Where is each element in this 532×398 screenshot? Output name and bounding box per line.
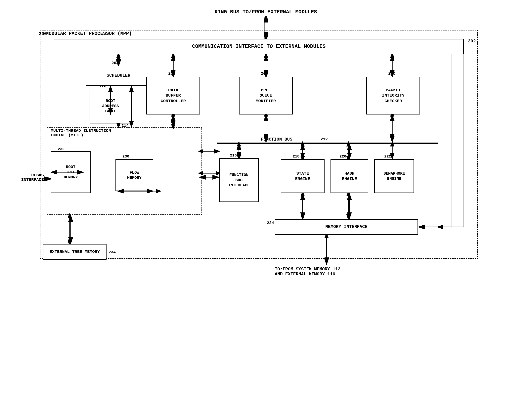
function-bus-interface-box: FUNCTION BUS INTERFACE — [219, 158, 259, 202]
semaphore-ref: 222 — [384, 154, 391, 159]
root-tree-memory-label: ROOT TREE MEMORY — [63, 164, 78, 180]
packet-integrity-label: PACKET INTEGRITY CHECKER — [382, 87, 404, 104]
data-buffer-box: DATA BUFFER CONTROLLER — [146, 77, 200, 114]
rat-ref: 228 — [100, 84, 106, 88]
semaphore-engine-label: SEMAPHORE ENGINE — [383, 171, 405, 181]
debug-interface-label: DEBUG INTERFACE — [11, 173, 44, 182]
pre-queue-box: PRE- QUEUE MODIFIER — [239, 77, 293, 114]
mtie-ref: 214 — [121, 123, 129, 128]
state-ref: 218 — [293, 154, 299, 159]
packet-integrity-box: PACKET INTEGRITY CHECKER — [366, 77, 420, 114]
fbi-label: FUNCTION BUS INTERFACE — [228, 172, 250, 188]
ring-bus-label: RING BUS TO/FROM EXTERNAL MODULES — [179, 9, 352, 15]
pre-queue-label: PRE- QUEUE MODIFIER — [256, 87, 276, 104]
data-buffer-label: DATA BUFFER CONTROLLER — [161, 87, 186, 104]
root-address-table-label: ROOT ADDRESS TABLE — [102, 98, 119, 114]
function-bus-ref: 212 — [321, 137, 328, 142]
hash-engine-box: HASH ENGINE — [330, 159, 368, 193]
state-engine-box: STATE ENGINE — [281, 159, 324, 193]
comm-interface-box: COMMUNICATION INTERFACE TO EXTERNAL MODU… — [54, 39, 464, 54]
hash-ref: 220 — [339, 154, 346, 159]
external-tree-memory-box: EXTERNAL TREE MEMORY — [43, 244, 107, 260]
fbi-ref: 216 — [230, 153, 237, 158]
function-bus-label: FUNCTION BUS — [261, 137, 292, 142]
memory-interface-label: MEMORY INTERFACE — [325, 224, 367, 230]
comm-ref: 202 — [468, 39, 476, 44]
etm-ref: 234 — [108, 250, 116, 254]
system-memory-label: TO/FROM SYSTEM MEMORY 112 AND EXTERNAL M… — [275, 267, 414, 277]
root-address-table-box: ROOT ADDRESS TABLE — [90, 88, 131, 123]
etm-label: EXTERNAL TREE MEMORY — [50, 249, 100, 254]
mpp-ref: 200 — [39, 32, 47, 37]
mtie-label: MULTI-THREAD INSTRUCTION ENGINE (MTIE) — [51, 128, 111, 138]
svg-marker-5 — [264, 15, 268, 20]
scheduler-ref: 204 — [112, 61, 119, 65]
semaphore-engine-box: SEMAPHORE ENGINE — [374, 159, 414, 193]
mpp-label: MODULAR PACKET PROCESSOR (MPP) — [46, 31, 132, 36]
root-tree-memory-box: ROOT TREE MEMORY — [51, 151, 91, 193]
pre-queue-ref: 208 — [261, 71, 268, 76]
flow-memory-box: FLOW MEMORY — [115, 159, 153, 191]
packet-integrity-ref: 210 — [388, 71, 395, 76]
scheduler-box: SCHEDULER — [86, 66, 151, 86]
flow-ref: 230 — [122, 154, 129, 159]
data-buffer-ref: 206 — [168, 71, 175, 76]
memory-interface-box: MEMORY INTERFACE — [275, 219, 418, 235]
comm-interface-label: COMMUNICATION INTERFACE TO EXTERNAL MODU… — [192, 43, 326, 50]
hash-engine-label: HASH ENGINE — [342, 171, 357, 182]
scheduler-label: SCHEDULER — [107, 73, 130, 79]
mi-ref: 224 — [267, 221, 274, 225]
state-engine-label: STATE ENGINE — [295, 171, 310, 182]
flow-memory-label: FLOW MEMORY — [127, 170, 142, 180]
rtm-ref: 232 — [58, 147, 64, 151]
